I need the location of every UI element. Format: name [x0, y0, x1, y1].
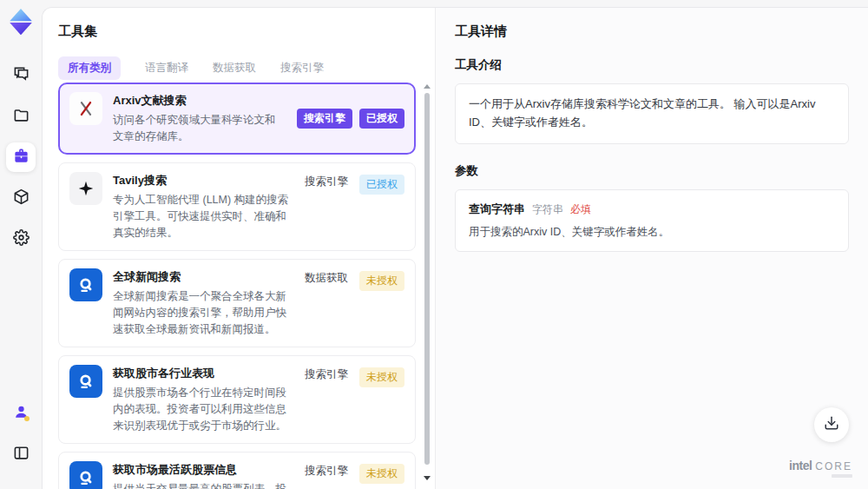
param-type: 字符串	[532, 202, 563, 217]
tool-card-most-active-stocks[interactable]: 获取市场最活跃股票信息 提供当天交易量最高的股票列表，投资者可以利用这些信息来识…	[58, 452, 416, 489]
status-badge: 未授权	[359, 271, 404, 291]
status-badge: 未授权	[359, 367, 404, 387]
tab-all-categories[interactable]: 所有类别	[58, 56, 121, 80]
tool-description: 全球新闻搜索是一个聚合全球各大新闻网站内容的搜索引擎，帮助用户快速获取全球最新资…	[113, 288, 293, 338]
main-panel: 工具集 所有类别 语言翻译 数据获取 搜索引擎 Arxiv文献搜索	[42, 7, 868, 489]
tool-name: 获取股市各行业表现	[113, 366, 293, 381]
intel-logo-text: intel	[789, 459, 812, 472]
param-name: 查询字符串	[469, 202, 525, 217]
detail-title: 工具详情	[455, 23, 849, 40]
arxiv-logo-icon	[69, 92, 102, 125]
tool-list-panel: 工具集 所有类别 语言翻译 数据获取 搜索引擎 Arxiv文献搜索	[43, 8, 435, 489]
sidebar-item-account[interactable]	[6, 399, 36, 428]
tool-name: Tavily搜索	[113, 173, 293, 188]
folder-icon	[13, 107, 30, 127]
intel-logo-subline	[832, 474, 852, 478]
app-logo-icon	[9, 9, 33, 35]
tool-card-sector-performance[interactable]: 获取股市各行业表现 提供股票市场各个行业在特定时间段内的表现。投资者可以利用这些…	[58, 355, 416, 444]
tool-description: 提供股票市场各个行业在特定时间段内的表现。投资者可以利用这些信息来识别表现优于或…	[113, 385, 293, 434]
tool-description: 提供当天交易量最高的股票列表，投资者可以利用这些信息来识别流动性强的股票和潜在的…	[113, 481, 293, 489]
tool-detail-panel: 工具详情 工具介绍 一个用于从Arxiv存储库搜索科学论文和文章的工具。 输入可…	[435, 8, 868, 489]
category-label: 搜索引擎	[305, 175, 348, 189]
stock-q-logo-icon	[69, 365, 102, 398]
tool-description: 访问各个研究领域大量科学论文和文章的存储库。	[113, 112, 285, 145]
category-tabs: 所有类别 语言翻译 数据获取 搜索引擎	[58, 56, 419, 79]
param-description: 用于搜索的Arxiv ID、关键字或作者姓名。	[469, 225, 835, 240]
tool-card-tavily[interactable]: Tavily搜索 专为人工智能代理 (LLM) 构建的搜索引擎工具。可快速提供实…	[58, 162, 416, 251]
category-label: 搜索引擎	[305, 367, 348, 382]
tool-name: Arxiv文献搜索	[113, 93, 285, 109]
sidebar-item-tools[interactable]	[6, 142, 36, 172]
parameter-box: 查询字符串 字符串 必填 用于搜索的Arxiv ID、关键字或作者姓名。	[455, 189, 849, 252]
briefcase-icon	[13, 148, 30, 168]
tool-name: 全球新闻搜索	[113, 269, 293, 285]
chat-icon	[13, 66, 30, 86]
panel-toggle-icon	[13, 445, 30, 465]
tool-description: 专为人工智能代理 (LLM) 构建的搜索引擎工具。可快速提供实时、准确和真实的结…	[113, 192, 293, 241]
cube-icon	[13, 188, 30, 208]
stock-q-logo-icon	[69, 461, 102, 489]
gear-icon	[13, 229, 30, 249]
intro-heading: 工具介绍	[455, 57, 849, 73]
status-badge: 已授权	[359, 109, 404, 129]
download-button[interactable]	[814, 407, 849, 442]
intel-core-logo: intel core	[789, 459, 852, 478]
scrollbar-up-arrow-icon[interactable]	[424, 84, 431, 89]
app-sidebar	[0, 0, 42, 489]
news-q-logo-icon	[69, 268, 102, 301]
tab-language-translation[interactable]: 语言翻译	[145, 61, 188, 76]
tool-card-arxiv[interactable]: Arxiv文献搜索 访问各个研究领域大量科学论文和文章的存储库。 搜索引擎 已授…	[58, 83, 416, 155]
tool-name: 获取市场最活跃股票信息	[113, 462, 293, 478]
category-label: 数据获取	[305, 271, 348, 286]
params-heading: 参数	[455, 163, 849, 179]
list-scrollbar[interactable]	[423, 84, 431, 480]
sidebar-item-models[interactable]	[6, 183, 36, 213]
tab-search-engine[interactable]: 搜索引擎	[280, 61, 324, 76]
status-badge: 已授权	[359, 175, 404, 195]
intro-box: 一个用于从Arxiv存储库搜索科学论文和文章的工具。 输入可以是Arxiv ID…	[455, 83, 849, 144]
tool-card-global-news[interactable]: 全球新闻搜索 全球新闻搜索是一个聚合全球各大新闻网站内容的搜索引擎，帮助用户快速…	[58, 259, 416, 347]
category-label: 搜索引擎	[305, 464, 348, 479]
sidebar-item-settings[interactable]	[6, 224, 36, 254]
scrollbar-thumb[interactable]	[424, 93, 430, 465]
sidebar-item-chat[interactable]	[6, 61, 36, 90]
intro-text: 一个用于从Arxiv存储库搜索科学论文和文章的工具。 输入可以是Arxiv ID…	[469, 96, 835, 132]
sidebar-item-collapse-panel[interactable]	[6, 439, 36, 469]
tool-card-list: Arxiv文献搜索 访问各个研究领域大量科学论文和文章的存储库。 搜索引擎 已授…	[58, 83, 416, 489]
page-title: 工具集	[58, 23, 419, 40]
tavily-star-icon	[69, 172, 102, 205]
avatar-status-dot	[24, 416, 30, 421]
category-badge: 搜索引擎	[297, 109, 352, 129]
download-icon	[824, 415, 839, 434]
tab-data-fetch[interactable]: 数据获取	[213, 61, 256, 76]
sidebar-item-files[interactable]	[6, 102, 36, 131]
core-logo-text: core	[815, 461, 852, 472]
param-required-badge: 必填	[570, 202, 591, 217]
scrollbar-down-arrow-icon[interactable]	[424, 476, 431, 480]
status-badge: 未授权	[359, 464, 404, 484]
